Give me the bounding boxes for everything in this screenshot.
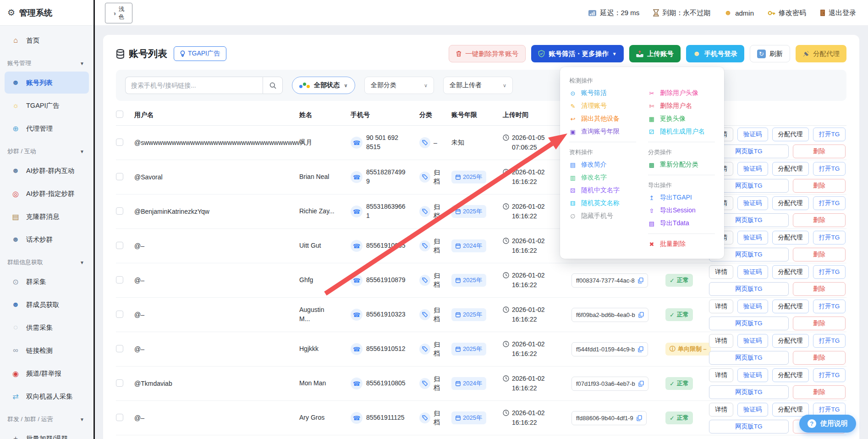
verification-code-button[interactable]: 验证码 — [737, 265, 768, 279]
select-all-checkbox[interactable] — [116, 111, 123, 118]
copy-icon[interactable] — [638, 312, 644, 318]
assign-proxy-row-button[interactable]: 分配代理 — [772, 300, 809, 313]
verification-code-button[interactable]: 验证码 — [737, 196, 768, 210]
logout-button[interactable]: 退出登录 — [820, 9, 856, 17]
dropdown-menu-item[interactable]: ▦ 更换头像 — [648, 112, 715, 125]
sidebar-item[interactable]: ▤ 克隆群消息 — [5, 206, 89, 228]
web-tg-button[interactable]: 网页版TG — [709, 317, 789, 330]
dropdown-menu-item[interactable]: ⚂ 随机生成用户名 — [648, 125, 715, 138]
verification-code-button[interactable]: 验证码 — [737, 231, 768, 245]
detail-button[interactable]: 详情 — [709, 368, 733, 382]
copy-icon[interactable] — [637, 415, 642, 421]
delete-abnormal-button[interactable]: 一键删除异常账号 — [449, 45, 526, 62]
copy-icon[interactable] — [638, 381, 644, 387]
sidebar-item[interactable]: ＋ 批量加群/退群 — [5, 428, 89, 439]
search-input[interactable] — [125, 77, 263, 94]
dropdown-menu-item[interactable]: ✂ 删除用户头像 — [648, 87, 715, 100]
dropdown-menu-item[interactable]: ⊙ 账号筛活 — [569, 87, 636, 100]
assign-proxy-row-button[interactable]: 分配代理 — [772, 265, 809, 279]
open-tg-button[interactable]: 打开TG — [813, 300, 846, 313]
row-checkbox[interactable] — [116, 345, 123, 352]
assign-proxy-row-button[interactable]: 分配代理 — [772, 162, 809, 176]
assign-proxy-row-button[interactable]: 分配代理 — [772, 196, 809, 210]
dropdown-menu-item[interactable]: ✎ 清理账号 — [569, 100, 636, 112]
delete-row-button[interactable]: 删除 — [793, 144, 846, 158]
sidebar-item[interactable]: ☼ TGAPI广告 — [5, 94, 89, 117]
sidebar-item[interactable]: ⊙ 群采集 — [5, 271, 89, 293]
dropdown-menu-item[interactable]: ✖ 批量删除 — [648, 238, 715, 250]
uuid-box[interactable]: f07d1f93-03a6-4eb7-b — [571, 377, 648, 391]
dropdown-menu-item[interactable]: ▤ 修改简介 — [569, 158, 636, 171]
upload-accounts-button[interactable]: 上传账号 — [629, 45, 681, 62]
sidebar-item[interactable]: ⇄ 双向机器人采集 — [5, 385, 89, 407]
sidebar-item[interactable]: ☻ AI炒群-群内互动 — [5, 160, 89, 182]
assign-proxy-button[interactable]: 分配代理 — [796, 45, 846, 62]
row-checkbox[interactable] — [116, 207, 123, 215]
phone-login-button[interactable]: ☻ 手机号登录 — [686, 45, 744, 62]
verification-code-button[interactable]: 验证码 — [737, 128, 768, 141]
assign-proxy-row-button[interactable]: 分配代理 — [772, 334, 809, 348]
dropdown-menu-item[interactable]: ⚄ 随机中文名字 — [569, 184, 636, 197]
dropdown-menu-item[interactable]: ▤ 导出Tdata — [648, 217, 715, 230]
status-filter[interactable]: 全部状态 ∨ — [292, 77, 355, 94]
delete-row-button[interactable]: 删除 — [793, 179, 846, 193]
delete-row-button[interactable]: 删除 — [793, 213, 846, 227]
search-button[interactable] — [263, 77, 283, 94]
theme-toggle-button[interactable]: ◑ 浅色 — [105, 3, 132, 23]
change-password-button[interactable]: 修改密码 — [768, 9, 806, 17]
row-checkbox[interactable] — [116, 311, 123, 318]
uuid-box[interactable]: f544fdd1-0159-44c9-b — [571, 342, 648, 356]
delete-row-button[interactable]: 删除 — [793, 282, 846, 296]
open-tg-button[interactable]: 打开TG — [813, 162, 846, 176]
sidebar-item[interactable]: ☻ 群成员获取 — [5, 294, 89, 316]
dropdown-menu-item[interactable]: ⇧ 导出Session — [648, 204, 715, 217]
sidebar-item[interactable]: ☻ 话术炒群 — [5, 228, 89, 250]
verification-code-button[interactable]: 验证码 — [737, 300, 768, 313]
dropdown-menu-item[interactable]: ▣ 查询账号年限 — [569, 125, 636, 138]
assign-proxy-row-button[interactable]: 分配代理 — [772, 231, 809, 245]
open-tg-button[interactable]: 打开TG — [813, 368, 846, 382]
detail-button[interactable]: 详情 — [709, 403, 733, 417]
verification-code-button[interactable]: 验证码 — [737, 334, 768, 348]
row-checkbox[interactable] — [116, 414, 123, 421]
dropdown-menu-item[interactable]: ▥ 修改名字 — [569, 171, 636, 184]
sidebar-item[interactable]: ∞ 链接检测 — [5, 339, 89, 361]
refresh-button[interactable]: ↻ 刷新 — [750, 45, 790, 62]
sidebar-group-label[interactable]: 炒群 / 互动 ▼ — [0, 140, 93, 159]
sidebar-group-label[interactable]: 群发 / 加群 / 运营 ▼ — [0, 408, 93, 427]
detail-button[interactable]: 详情 — [709, 300, 733, 313]
open-tg-button[interactable]: 打开TG — [813, 196, 846, 210]
sidebar-group-label[interactable]: 群组信息获取 ▼ — [0, 251, 93, 270]
sidebar-group-label[interactable]: 账号管理 ▼ — [0, 52, 93, 71]
dropdown-menu-item[interactable]: ↩ 踢出其他设备 — [569, 112, 636, 125]
sidebar-item[interactable]: ◉ 频道/群举报 — [5, 362, 89, 384]
uuid-box[interactable]: ff008374-7377-44ac-8 — [571, 273, 648, 288]
open-tg-button[interactable]: 打开TG — [813, 231, 846, 245]
user-menu[interactable]: ☻ admin — [724, 9, 754, 17]
sidebar-item[interactable]: ☻ 账号列表 — [5, 72, 89, 94]
open-tg-button[interactable]: 打开TG — [813, 128, 846, 141]
open-tg-button[interactable]: 打开TG — [813, 334, 846, 348]
uploader-filter[interactable]: 全部上传者 ∨ — [443, 77, 513, 94]
dropdown-menu-item[interactable]: ∅ 隐藏手机号 — [569, 210, 636, 222]
web-tg-button[interactable]: 网页版TG — [709, 351, 789, 365]
sidebar-item[interactable]: ⊕ 代理管理 — [5, 117, 89, 139]
row-checkbox[interactable] — [116, 242, 123, 249]
open-tg-button[interactable]: 打开TG — [813, 265, 846, 279]
row-checkbox[interactable] — [116, 276, 123, 283]
web-tg-button[interactable]: 网页版TG — [709, 420, 789, 433]
help-button[interactable]: ? 使用说明 — [799, 415, 856, 433]
delete-row-button[interactable]: 删除 — [793, 385, 846, 399]
web-tg-button[interactable]: 网页版TG — [709, 282, 789, 296]
assign-proxy-row-button[interactable]: 分配代理 — [772, 128, 809, 141]
copy-icon[interactable] — [638, 278, 643, 283]
delete-row-button[interactable]: 删除 — [793, 317, 846, 330]
uuid-box[interactable]: f6f09ba2-bd6b-4ea0-b — [571, 308, 648, 322]
detail-button[interactable]: 详情 — [709, 334, 733, 348]
delete-row-button[interactable]: 删除 — [793, 351, 846, 365]
verification-code-button[interactable]: 验证码 — [737, 403, 768, 417]
category-filter[interactable]: 全部分类 ∨ — [364, 77, 434, 94]
more-actions-dropdown-button[interactable]: 账号筛活・更多操作 ▼ — [531, 45, 623, 62]
verification-code-button[interactable]: 验证码 — [737, 162, 768, 176]
assign-proxy-row-button[interactable]: 分配代理 — [772, 368, 809, 382]
